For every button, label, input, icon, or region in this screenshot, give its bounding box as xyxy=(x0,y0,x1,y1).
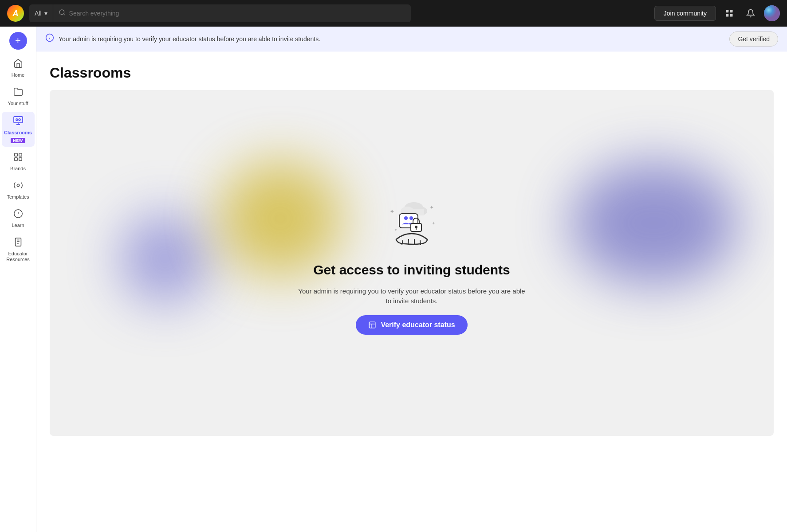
svg-rect-5 xyxy=(730,14,733,17)
top-navigation: A All ▾ Join community xyxy=(0,0,787,27)
brands-icon xyxy=(13,152,23,164)
sidebar-item-home[interactable]: Home xyxy=(2,55,35,82)
svg-rect-11 xyxy=(19,153,21,156)
classrooms-content-area: ✦ ✦ ✦ ✦ xyxy=(50,90,774,436)
page-title: Classrooms xyxy=(50,65,774,81)
lock-illustration: ✦ ✦ ✦ ✦ xyxy=(381,192,443,254)
svg-rect-7 xyxy=(14,117,23,123)
sidebar-item-brands-label: Brands xyxy=(10,166,26,172)
join-community-button[interactable]: Join community xyxy=(654,6,716,21)
page-content-area: Classrooms ✦ ✦ ✦ ✦ xyxy=(36,51,787,532)
logo-button[interactable]: A xyxy=(7,5,24,22)
search-filter-label: All xyxy=(35,10,42,17)
sidebar-item-educator-resources[interactable]: Educator Resources xyxy=(2,234,35,266)
chevron-down-icon: ▾ xyxy=(44,10,47,17)
svg-text:✦: ✦ xyxy=(432,221,435,226)
sidebar-item-home-label: Home xyxy=(12,72,24,78)
svg-point-34 xyxy=(404,216,408,220)
svg-rect-13 xyxy=(19,157,21,160)
nav-right: Join community xyxy=(654,5,780,21)
info-icon xyxy=(45,33,54,44)
verify-educator-status-button[interactable]: Verify educator status xyxy=(356,315,467,335)
search-input-wrap xyxy=(53,9,411,18)
educator-verification-banner: Your admin is requiring you to verify yo… xyxy=(36,27,787,51)
access-sub-text: Your admin is requiring you to verify yo… xyxy=(296,286,527,306)
banner-message: Your admin is requiring you to verify yo… xyxy=(59,35,725,43)
templates-icon xyxy=(13,180,23,192)
notification-bell-icon[interactable] xyxy=(743,5,759,21)
folder-icon xyxy=(13,87,23,99)
verify-educator-status-label: Verify educator status xyxy=(381,321,455,329)
svg-rect-12 xyxy=(14,157,17,160)
plus-icon: + xyxy=(15,35,21,47)
svg-point-9 xyxy=(19,119,20,121)
svg-point-14 xyxy=(17,184,20,187)
svg-rect-3 xyxy=(730,10,733,13)
sidebar-item-brands[interactable]: Brands xyxy=(2,149,35,175)
svg-point-0 xyxy=(59,10,64,15)
sidebar-item-classrooms[interactable]: Classrooms NEW xyxy=(2,112,35,146)
learn-icon xyxy=(13,209,23,221)
svg-line-1 xyxy=(63,14,65,15)
svg-point-37 xyxy=(415,226,417,228)
search-bar: All ▾ xyxy=(29,4,411,22)
svg-rect-10 xyxy=(14,153,17,156)
access-heading: Get access to inviting students xyxy=(313,262,510,278)
sidebar: + Home Your stuff Classrooms xyxy=(0,27,36,532)
sidebar-item-templates-label: Templates xyxy=(7,194,29,200)
svg-point-8 xyxy=(16,119,18,121)
sidebar-item-learn-label: Learn xyxy=(12,223,24,228)
classrooms-icon xyxy=(13,115,24,128)
svg-rect-43 xyxy=(370,322,376,328)
user-avatar[interactable] xyxy=(764,5,780,21)
svg-point-6 xyxy=(764,5,780,21)
svg-rect-4 xyxy=(726,14,729,17)
logo-icon: A xyxy=(13,9,19,18)
educator-resources-icon xyxy=(13,237,23,249)
sidebar-item-your-stuff[interactable]: Your stuff xyxy=(2,83,35,110)
sidebar-item-classrooms-label: Classrooms xyxy=(4,130,32,136)
sidebar-item-templates[interactable]: Templates xyxy=(2,177,35,203)
verify-icon xyxy=(368,321,376,329)
search-input[interactable] xyxy=(69,10,405,17)
svg-rect-2 xyxy=(726,10,729,13)
decorative-orb-left xyxy=(121,214,209,303)
svg-text:✦: ✦ xyxy=(394,227,397,232)
svg-line-40 xyxy=(408,239,409,245)
sidebar-item-educator-resources-label: Educator Resources xyxy=(4,251,32,262)
sidebar-item-your-stuff-label: Your stuff xyxy=(8,101,28,106)
svg-line-42 xyxy=(420,240,421,245)
new-badge: NEW xyxy=(11,138,25,143)
grid-icon-button[interactable] xyxy=(721,5,737,21)
svg-point-35 xyxy=(409,216,413,220)
search-icon xyxy=(59,9,66,18)
svg-text:✦: ✦ xyxy=(429,204,434,211)
access-card: ✦ ✦ ✦ ✦ xyxy=(287,183,536,344)
decorative-orb-right xyxy=(570,161,738,285)
home-icon xyxy=(13,59,23,70)
add-new-button[interactable]: + xyxy=(9,32,27,50)
get-verified-button[interactable]: Get verified xyxy=(729,31,778,47)
search-filter-dropdown[interactable]: All ▾ xyxy=(29,4,53,22)
sidebar-item-learn[interactable]: Learn xyxy=(2,205,35,232)
svg-rect-18 xyxy=(15,238,21,246)
main-content: Your admin is requiring you to verify yo… xyxy=(36,27,787,532)
svg-text:✦: ✦ xyxy=(390,208,395,215)
